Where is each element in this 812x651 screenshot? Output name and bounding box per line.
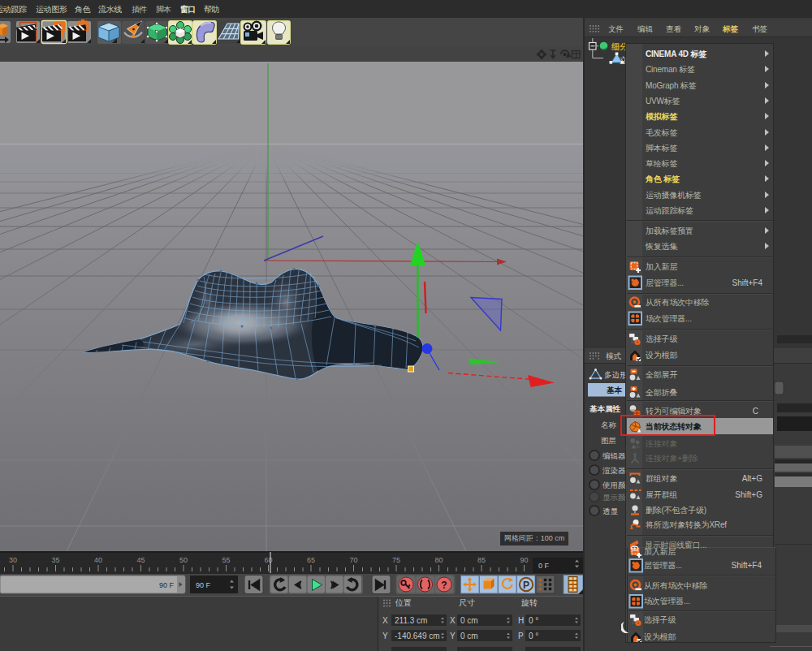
svg-text:书签: 书签 — [752, 24, 768, 33]
svg-text:40: 40 — [94, 556, 102, 564]
svg-text:文件: 文件 — [608, 24, 624, 33]
svg-text:211.3 cm: 211.3 cm — [395, 616, 427, 625]
svg-text:P: P — [518, 632, 524, 640]
svg-text:?: ? — [441, 580, 447, 591]
svg-text:35: 35 — [51, 556, 59, 564]
svg-text:Y: Y — [450, 632, 456, 640]
svg-text:使用颜: 使用颜 — [602, 481, 626, 489]
svg-text:30: 30 — [9, 556, 17, 564]
svg-text:基本: 基本 — [607, 386, 623, 394]
svg-text:85: 85 — [477, 556, 486, 564]
svg-text:X: X — [382, 616, 388, 625]
svg-text:基本属性: 基本属性 — [590, 404, 621, 413]
svg-text:50: 50 — [179, 556, 188, 564]
svg-text:位置: 位置 — [395, 598, 412, 607]
svg-text:90 F: 90 F — [196, 581, 211, 589]
svg-text:多边形: 多边形 — [604, 370, 628, 379]
svg-text:H: H — [518, 616, 524, 625]
svg-text:P: P — [523, 580, 529, 591]
svg-text:60: 60 — [264, 556, 272, 564]
svg-text:70: 70 — [349, 556, 357, 564]
svg-text:旋转: 旋转 — [520, 598, 538, 607]
svg-text:显示颜: 显示颜 — [603, 493, 626, 502]
svg-text:编辑器: 编辑器 — [603, 451, 626, 460]
svg-text:65: 65 — [307, 556, 315, 564]
svg-text:编辑: 编辑 — [637, 24, 654, 33]
svg-text:查看: 查看 — [666, 24, 682, 33]
svg-text:45: 45 — [136, 556, 145, 564]
svg-text:透显: 透显 — [603, 507, 619, 515]
svg-text:80: 80 — [434, 556, 443, 564]
svg-text:尺寸: 尺寸 — [459, 598, 475, 607]
svg-text:-140.649 cm: -140.649 cm — [395, 632, 440, 640]
svg-text:75: 75 — [392, 556, 400, 564]
svg-text:0 °: 0 ° — [529, 632, 538, 640]
svg-text:渲染器: 渲染器 — [603, 466, 626, 475]
svg-text:Y: Y — [382, 632, 388, 640]
svg-text:标签: 标签 — [722, 24, 739, 33]
svg-text:90 F: 90 F — [159, 581, 175, 589]
svg-text:0 cm: 0 cm — [460, 632, 478, 640]
svg-text:X: X — [450, 616, 456, 625]
svg-text:对象: 对象 — [694, 24, 710, 33]
svg-text:90: 90 — [520, 556, 528, 564]
svg-text:0 cm: 0 cm — [460, 616, 478, 625]
svg-text:图层: 图层 — [601, 436, 616, 445]
svg-text:模式: 模式 — [606, 351, 622, 360]
svg-text:0 °: 0 ° — [529, 616, 538, 625]
svg-text:55: 55 — [222, 556, 230, 564]
svg-text:名称: 名称 — [601, 420, 617, 429]
svg-text:0 F: 0 F — [538, 562, 550, 570]
